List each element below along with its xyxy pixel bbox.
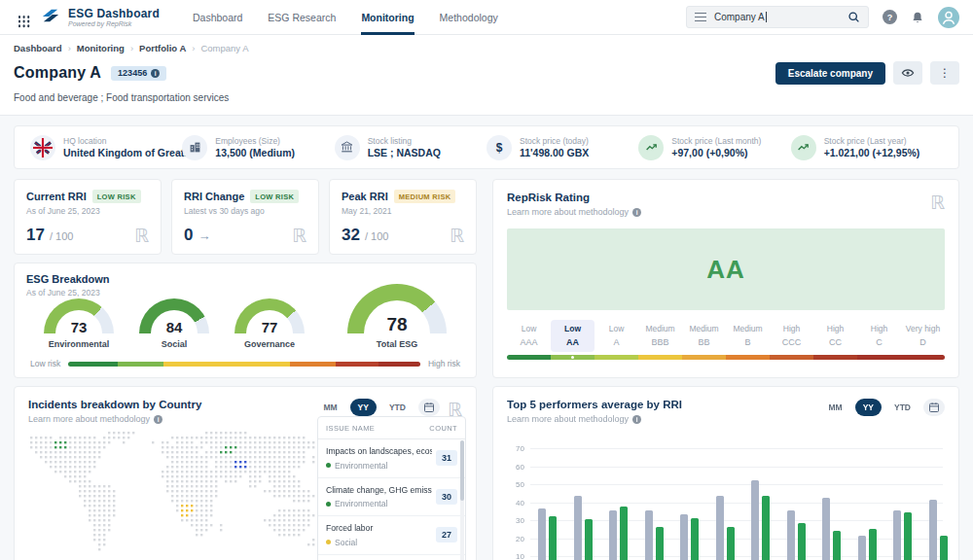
issue-row[interactable]: Forced laborSocial27 — [318, 516, 465, 555]
period-mm-button[interactable]: MM — [820, 399, 849, 416]
reprisk-rating-card: RepRisk Rating Learn more about methodol… — [492, 179, 959, 378]
logo-mark-icon — [39, 7, 62, 28]
world-map[interactable] — [30, 432, 332, 558]
rating-grade-a[interactable]: LowA — [595, 320, 638, 360]
rri-value: 0 — [184, 226, 193, 245]
bar-group[interactable] — [609, 507, 628, 560]
esg-breakdown-card: ESG Breakdown As of June 25, 2023 73Envi… — [14, 262, 477, 378]
bar-group[interactable] — [929, 500, 948, 560]
search-menu-icon[interactable] — [695, 17, 706, 18]
rating-grade-aa[interactable]: LowAA — [551, 320, 595, 360]
rating-marker-dot — [571, 356, 575, 360]
peak-rri-card: Peak RRIMEDIUM RISKMay 21, 202132/ 100ℝ — [329, 179, 477, 255]
bar-top-5-performers — [798, 523, 806, 560]
search-value: Company A — [714, 12, 765, 22]
calendar-icon[interactable] — [923, 399, 945, 416]
app-launcher-icon[interactable] — [14, 12, 25, 23]
info-group-hq-location: HQ locationUnited Kingdom of Great... — [30, 135, 182, 160]
bar-top-5-performers — [833, 531, 841, 560]
bar-top-5-performers — [585, 519, 593, 560]
rating-grade-label: AAA — [507, 337, 551, 347]
info-value: +97,00 (+0,90%) — [671, 147, 761, 158]
rating-grade-label: B — [726, 337, 770, 347]
bar-group[interactable] — [822, 498, 841, 560]
tab-monitoring[interactable]: Monitoring — [361, 0, 414, 35]
issue-row[interactable]: Impacts on landscapes, ecosystems an...E… — [318, 439, 465, 478]
period-mm-button[interactable]: MM — [315, 399, 344, 416]
user-avatar[interactable] — [938, 7, 959, 28]
search-icon[interactable] — [847, 11, 860, 23]
rating-grade-ccc[interactable]: HighCCC — [770, 320, 813, 360]
info-value: United Kingdom of Great... — [63, 147, 193, 158]
top-performers-panel: Top 5 performers average by RRI Learn mo… — [492, 386, 959, 560]
bar-group[interactable] — [787, 510, 806, 560]
rating-grade-bb[interactable]: MediumBB — [682, 320, 726, 360]
info-icon[interactable]: i — [151, 69, 160, 78]
notifications-bell-icon[interactable] — [911, 11, 924, 24]
period-yy-button[interactable]: YY — [350, 399, 377, 416]
info-value: 11'498.00 GBX — [520, 147, 589, 158]
search-input[interactable]: Company A — [686, 6, 869, 28]
issue-row[interactable]: Human rights abuses and corporate co...S… — [318, 555, 465, 560]
rating-grade-cc[interactable]: HighCC — [813, 320, 857, 360]
rating-grade-d[interactable]: Very highD — [901, 320, 945, 360]
rri-denominator: / 100 — [365, 230, 388, 242]
breadcrumb-item-portfolio-a[interactable]: Portfolio A — [139, 43, 186, 53]
top-performers-methodology-link[interactable]: Learn more about methodologyi — [507, 414, 682, 424]
tab-esg-research[interactable]: ESG Research — [268, 0, 336, 35]
breadcrumb-item-monitoring[interactable]: Monitoring — [77, 43, 125, 53]
rating-scale-segment — [770, 355, 813, 360]
bar-group[interactable] — [893, 510, 912, 560]
rating-risk-label: Low — [595, 324, 638, 333]
bar-group[interactable] — [716, 496, 735, 560]
rating-grade-bbb[interactable]: MediumBBB — [638, 320, 682, 360]
y-axis-tick: 50 — [509, 480, 524, 489]
info-group-stock-price-last-month-: Stock price (Last month)+97,00 (+0,90%) — [638, 135, 790, 160]
company-id-badge[interactable]: 123456 i — [111, 66, 166, 81]
info-label: Employees (Size) — [215, 136, 295, 146]
period-ytd-button[interactable]: YTD — [381, 399, 414, 416]
rri-denominator: / 100 — [50, 230, 73, 242]
logo[interactable]: ESG Dashboard Powered by RepRisk — [39, 7, 160, 28]
bar-group[interactable] — [574, 496, 593, 560]
gauge-value: 84 — [139, 319, 209, 335]
info-label: Stock listing — [368, 136, 441, 146]
period-ytd-button[interactable]: YTD — [886, 399, 919, 416]
trend-flat-arrow-icon: → — [198, 228, 210, 243]
bar-group[interactable] — [751, 480, 770, 560]
tab-methodology[interactable]: Methodology — [440, 0, 498, 35]
text-caret — [766, 12, 767, 22]
info-icon: i — [632, 415, 641, 424]
more-options-kebab-button[interactable]: ⋮ — [930, 61, 959, 85]
info-label: HQ location — [63, 136, 193, 146]
gauge-environmental: 73Environmental — [44, 298, 114, 349]
page-head: Dashboard›Monitoring›Portfolio A›Company… — [0, 35, 973, 116]
watch-eye-button[interactable] — [893, 61, 922, 85]
breadcrumb-item-company-a: Company A — [200, 43, 248, 53]
rating-grade-b[interactable]: MediumB — [726, 320, 770, 360]
bar-group[interactable] — [680, 514, 699, 560]
calendar-icon[interactable] — [418, 399, 440, 416]
issue-name: Impacts on landscapes, ecosystems an... — [326, 446, 432, 458]
rating-grade-label: C — [857, 337, 901, 347]
period-yy-button[interactable]: YY — [855, 399, 882, 416]
rating-grade-c[interactable]: HighC — [857, 320, 901, 360]
bar-group[interactable] — [645, 510, 664, 560]
rating-risk-label: Very high — [901, 324, 945, 333]
rating-grade-label: AA — [551, 337, 595, 347]
issue-name-header: ISSUE NAME — [326, 424, 375, 433]
incidents-methodology-link[interactable]: Learn more about methodologyi — [28, 414, 201, 424]
bar-group[interactable] — [538, 508, 557, 560]
rating-risk-label: High — [770, 324, 813, 333]
issue-category: Environmental — [335, 499, 387, 508]
escalate-company-button[interactable]: Escalate company — [775, 62, 885, 85]
breadcrumb-item-dashboard[interactable]: Dashboard — [14, 43, 62, 53]
bar-group[interactable] — [858, 529, 877, 560]
table-scrollbar[interactable] — [460, 440, 464, 560]
gauge-value: 73 — [44, 319, 114, 335]
tab-dashboard[interactable]: Dashboard — [193, 0, 242, 35]
help-icon[interactable]: ? — [883, 10, 897, 24]
issue-row[interactable]: Climate change, GHG emissions, and gl...… — [318, 478, 465, 517]
rating-grade-aaa[interactable]: LowAAA — [507, 320, 551, 360]
rating-methodology-link[interactable]: Learn more about methodologyi — [507, 207, 641, 217]
